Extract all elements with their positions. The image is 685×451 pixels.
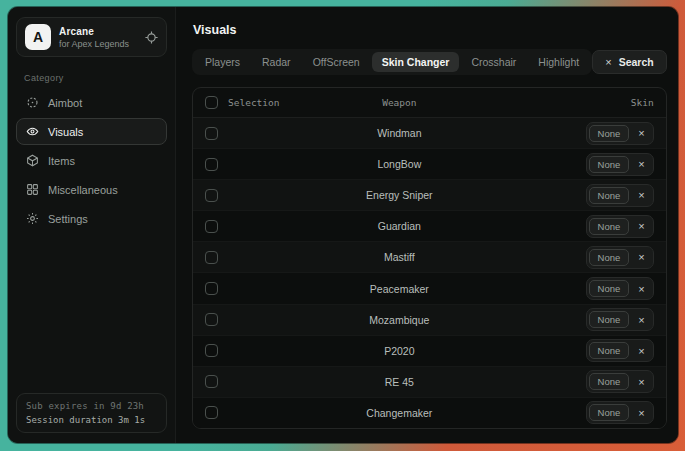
weapon-name: Mozambique (310, 314, 489, 326)
skin-selector[interactable]: None × (586, 277, 654, 300)
tab-crosshair[interactable]: Crosshair (461, 52, 526, 72)
sidebar-item-visuals[interactable]: Visuals (16, 118, 167, 145)
tab-offscreen[interactable]: OffScreen (303, 52, 370, 72)
table-row: P2020 None × (193, 335, 666, 366)
row-checkbox[interactable] (205, 220, 218, 233)
row-checkbox[interactable] (205, 313, 218, 326)
skin-selector[interactable]: None × (586, 184, 654, 207)
tab-players[interactable]: Players (195, 52, 250, 72)
skin-value: None (589, 156, 630, 173)
app-window: A Arcane for Apex Legends Category Aimbo… (8, 7, 678, 443)
app-header-card: A Arcane for Apex Legends (16, 17, 167, 57)
target-icon[interactable] (145, 31, 158, 44)
weapon-name: Changemaker (310, 407, 489, 419)
grid-icon (26, 183, 39, 196)
session-duration-text: Session duration 3m 1s (26, 415, 157, 425)
close-icon[interactable]: × (638, 407, 644, 419)
sidebar-item-label: Items (48, 155, 75, 167)
eye-icon (26, 125, 39, 138)
select-all-checkbox[interactable] (205, 96, 218, 109)
tab-highlight[interactable]: Highlight (528, 52, 589, 72)
skin-selector[interactable]: None × (586, 122, 654, 145)
gear-icon (26, 212, 39, 225)
skin-selector[interactable]: None × (586, 153, 654, 176)
skin-table: Selection Weapon Skin Windman None × Lon… (192, 87, 667, 429)
search-button[interactable]: × Search (592, 50, 666, 74)
row-checkbox[interactable] (205, 344, 218, 357)
skin-selector[interactable]: None × (586, 215, 654, 238)
page-title: Visuals (193, 23, 667, 37)
row-checkbox[interactable] (205, 406, 218, 419)
close-icon[interactable]: × (638, 376, 644, 388)
tab-radar[interactable]: Radar (252, 52, 301, 72)
sidebar-nav: Aimbot Visuals Items Miscellaneous Setti… (16, 89, 167, 234)
row-checkbox[interactable] (205, 189, 218, 202)
sidebar-item-settings[interactable]: Settings (16, 205, 167, 232)
weapon-name: Guardian (310, 220, 489, 232)
table-row: Mastiff None × (193, 241, 666, 272)
sidebar-item-label: Miscellaneous (48, 184, 118, 196)
close-icon[interactable]: × (638, 189, 644, 201)
close-icon[interactable]: × (638, 127, 644, 139)
main-panel: Visuals Players Radar OffScreen Skin Cha… (176, 7, 678, 443)
skin-value: None (589, 249, 630, 266)
weapon-name: RE 45 (310, 376, 489, 388)
row-checkbox[interactable] (205, 251, 218, 264)
skin-selector[interactable]: None × (586, 246, 654, 269)
close-icon[interactable]: × (638, 158, 644, 170)
tab-bar: Players Radar OffScreen Skin Changer Cro… (192, 49, 592, 75)
skin-value: None (589, 187, 630, 204)
tab-skin-changer[interactable]: Skin Changer (372, 52, 460, 72)
sidebar-item-label: Visuals (48, 126, 83, 138)
skin-column-header: Skin (544, 97, 654, 108)
skin-selector[interactable]: None × (586, 308, 654, 331)
selection-column-header: Selection (228, 97, 279, 108)
skin-value: None (589, 218, 630, 235)
subscription-card: Sub expires in 9d 23h Session duration 3… (16, 393, 167, 433)
table-row: Mozambique None × (193, 304, 666, 335)
close-icon[interactable]: × (638, 220, 644, 232)
table-row: Peacemaker None × (193, 272, 666, 303)
row-checkbox[interactable] (205, 127, 218, 140)
row-checkbox[interactable] (205, 375, 218, 388)
weapon-column-header: Weapon (310, 97, 489, 108)
category-label: Category (24, 73, 167, 83)
weapon-name: Windman (310, 127, 489, 139)
skin-selector[interactable]: None × (586, 339, 654, 362)
skin-selector[interactable]: None × (586, 370, 654, 393)
close-icon[interactable]: × (638, 251, 644, 263)
table-row: Windman None × (193, 118, 666, 148)
skin-selector[interactable]: None × (586, 401, 654, 424)
close-icon[interactable]: × (638, 314, 644, 326)
table-header-row: Selection Weapon Skin (193, 88, 666, 118)
x-icon: × (605, 56, 611, 68)
app-title: Arcane (59, 26, 137, 37)
close-icon[interactable]: × (638, 283, 644, 295)
skin-value: None (589, 404, 630, 421)
skin-value: None (589, 280, 630, 297)
skin-value: None (589, 373, 630, 390)
weapon-name: P2020 (310, 345, 489, 357)
table-row: Changemaker None × (193, 397, 666, 428)
skin-value: None (589, 125, 630, 142)
weapon-name: Peacemaker (310, 283, 489, 295)
table-row: RE 45 None × (193, 366, 666, 397)
weapon-name: Mastiff (310, 251, 489, 263)
weapon-name: LongBow (310, 158, 489, 170)
sidebar-item-miscellaneous[interactable]: Miscellaneous (16, 176, 167, 203)
row-checkbox[interactable] (205, 282, 218, 295)
sidebar-item-label: Aimbot (48, 97, 82, 109)
table-row: LongBow None × (193, 148, 666, 179)
sidebar-item-label: Settings (48, 213, 88, 225)
close-icon[interactable]: × (638, 345, 644, 357)
app-logo: A (25, 24, 51, 50)
crosshair-icon (26, 96, 39, 109)
sidebar-item-items[interactable]: Items (16, 147, 167, 174)
sidebar: A Arcane for Apex Legends Category Aimbo… (8, 7, 176, 443)
table-body: Windman None × LongBow None × Energy Sni… (193, 118, 666, 428)
sub-expiry-text: Sub expires in 9d 23h (26, 401, 157, 411)
row-checkbox[interactable] (205, 158, 218, 171)
table-row: Energy Sniper None × (193, 179, 666, 210)
sidebar-item-aimbot[interactable]: Aimbot (16, 89, 167, 116)
search-button-label: Search (619, 56, 654, 68)
